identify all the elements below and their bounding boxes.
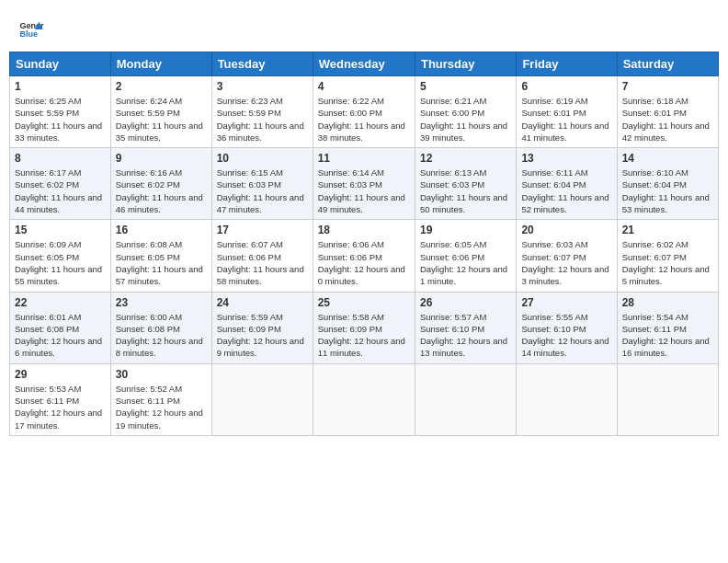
day-info: Sunrise: 6:25 AMSunset: 5:59 PMDaylight:… [15, 95, 106, 144]
calendar-cell: 27Sunrise: 5:55 AMSunset: 6:10 PMDayligh… [517, 292, 617, 363]
day-info: Sunrise: 6:00 AMSunset: 6:08 PMDaylight:… [116, 311, 207, 360]
day-number: 18 [318, 224, 410, 236]
weekday-header-cell: Monday [110, 52, 211, 76]
day-info: Sunrise: 6:18 AMSunset: 6:01 PMDaylight:… [622, 95, 713, 144]
day-info: Sunrise: 6:09 AMSunset: 6:05 PMDaylight:… [15, 238, 106, 287]
logo: General Blue [18, 17, 44, 42]
day-number: 13 [521, 152, 611, 165]
day-number: 7 [622, 80, 713, 93]
day-number: 20 [521, 224, 611, 236]
day-number: 25 [318, 296, 410, 309]
calendar-cell: 13Sunrise: 6:11 AMSunset: 6:04 PMDayligh… [517, 148, 617, 220]
logo-icon: General Blue [18, 17, 44, 42]
calendar-cell: 21Sunrise: 6:02 AMSunset: 6:07 PMDayligh… [617, 220, 718, 292]
calendar-week-row: 29Sunrise: 5:53 AMSunset: 6:11 PMDayligh… [10, 363, 719, 435]
day-number: 28 [622, 296, 713, 309]
calendar-week-row: 8Sunrise: 6:17 AMSunset: 6:02 PMDaylight… [10, 148, 719, 220]
calendar-cell: 18Sunrise: 6:06 AMSunset: 6:06 PMDayligh… [313, 220, 415, 292]
day-info: Sunrise: 6:23 AMSunset: 5:59 PMDaylight:… [217, 95, 308, 144]
day-number: 3 [217, 80, 308, 93]
calendar-cell: 6Sunrise: 6:19 AMSunset: 6:01 PMDaylight… [517, 76, 617, 148]
weekday-header-cell: Saturday [617, 52, 718, 76]
calendar-cell: 25Sunrise: 5:58 AMSunset: 6:09 PMDayligh… [313, 292, 415, 363]
calendar-cell: 24Sunrise: 5:59 AMSunset: 6:09 PMDayligh… [211, 292, 313, 363]
day-info: Sunrise: 6:06 AMSunset: 6:06 PMDaylight:… [318, 238, 410, 287]
day-info: Sunrise: 5:53 AMSunset: 6:11 PMDaylight:… [15, 383, 106, 431]
calendar-cell: 29Sunrise: 5:53 AMSunset: 6:11 PMDayligh… [10, 363, 111, 435]
calendar-cell: 1Sunrise: 6:25 AMSunset: 5:59 PMDaylight… [10, 76, 111, 148]
weekday-header-cell: Thursday [415, 52, 516, 76]
day-number: 21 [622, 224, 713, 236]
day-number: 8 [15, 152, 106, 165]
calendar-body: 1Sunrise: 6:25 AMSunset: 5:59 PMDaylight… [10, 76, 719, 436]
day-number: 26 [420, 296, 511, 309]
day-number: 6 [521, 80, 611, 93]
calendar-cell: 7Sunrise: 6:18 AMSunset: 6:01 PMDaylight… [617, 76, 718, 148]
calendar-cell [415, 363, 516, 435]
day-number: 29 [15, 368, 106, 381]
calendar-cell: 14Sunrise: 6:10 AMSunset: 6:04 PMDayligh… [617, 148, 718, 220]
calendar-week-row: 1Sunrise: 6:25 AMSunset: 5:59 PMDaylight… [10, 76, 719, 148]
day-info: Sunrise: 6:14 AMSunset: 6:03 PMDaylight:… [318, 167, 410, 215]
calendar-cell: 17Sunrise: 6:07 AMSunset: 6:06 PMDayligh… [211, 220, 313, 292]
calendar-cell: 26Sunrise: 5:57 AMSunset: 6:10 PMDayligh… [415, 292, 516, 363]
calendar-week-row: 22Sunrise: 6:01 AMSunset: 6:08 PMDayligh… [10, 292, 719, 363]
day-info: Sunrise: 5:55 AMSunset: 6:10 PMDaylight:… [521, 311, 611, 360]
calendar-cell: 16Sunrise: 6:08 AMSunset: 6:05 PMDayligh… [110, 220, 211, 292]
day-number: 10 [217, 152, 308, 165]
calendar-cell [313, 363, 415, 435]
day-info: Sunrise: 5:54 AMSunset: 6:11 PMDaylight:… [622, 311, 713, 360]
day-number: 27 [521, 296, 611, 309]
day-number: 12 [420, 152, 511, 165]
weekday-header-cell: Sunday [10, 52, 111, 76]
weekday-header-cell: Tuesday [211, 52, 313, 76]
calendar-cell: 11Sunrise: 6:14 AMSunset: 6:03 PMDayligh… [313, 148, 415, 220]
day-info: Sunrise: 6:15 AMSunset: 6:03 PMDaylight:… [217, 167, 308, 215]
day-number: 5 [420, 80, 511, 93]
day-number: 16 [116, 224, 207, 236]
calendar-cell: 28Sunrise: 5:54 AMSunset: 6:11 PMDayligh… [617, 292, 718, 363]
weekday-header-cell: Wednesday [313, 52, 415, 76]
day-number: 14 [622, 152, 713, 165]
calendar-cell: 23Sunrise: 6:00 AMSunset: 6:08 PMDayligh… [110, 292, 211, 363]
day-number: 15 [15, 224, 106, 236]
calendar-cell: 20Sunrise: 6:03 AMSunset: 6:07 PMDayligh… [517, 220, 617, 292]
day-info: Sunrise: 6:02 AMSunset: 6:07 PMDaylight:… [622, 238, 713, 287]
calendar-cell: 9Sunrise: 6:16 AMSunset: 6:02 PMDaylight… [110, 148, 211, 220]
calendar-cell: 3Sunrise: 6:23 AMSunset: 5:59 PMDaylight… [211, 76, 313, 148]
day-info: Sunrise: 5:59 AMSunset: 6:09 PMDaylight:… [217, 311, 308, 360]
calendar-cell: 15Sunrise: 6:09 AMSunset: 6:05 PMDayligh… [10, 220, 111, 292]
calendar-table: SundayMondayTuesdayWednesdayThursdayFrid… [9, 52, 719, 436]
calendar-cell: 22Sunrise: 6:01 AMSunset: 6:08 PMDayligh… [10, 292, 111, 363]
calendar-cell [617, 363, 718, 435]
calendar-cell: 2Sunrise: 6:24 AMSunset: 5:59 PMDaylight… [110, 76, 211, 148]
day-number: 19 [420, 224, 511, 236]
weekday-header-cell: Friday [517, 52, 617, 76]
day-number: 2 [116, 80, 207, 93]
calendar-cell [211, 363, 313, 435]
day-info: Sunrise: 6:01 AMSunset: 6:08 PMDaylight:… [15, 311, 106, 360]
svg-text:Blue: Blue [19, 29, 38, 39]
calendar-cell: 5Sunrise: 6:21 AMSunset: 6:00 PMDaylight… [415, 76, 516, 148]
day-info: Sunrise: 5:52 AMSunset: 6:11 PMDaylight:… [116, 383, 207, 431]
calendar-week-row: 15Sunrise: 6:09 AMSunset: 6:05 PMDayligh… [10, 220, 719, 292]
calendar-cell: 4Sunrise: 6:22 AMSunset: 6:00 PMDaylight… [313, 76, 415, 148]
day-info: Sunrise: 5:58 AMSunset: 6:09 PMDaylight:… [318, 311, 410, 360]
page-header: General Blue [9, 9, 719, 46]
day-info: Sunrise: 6:17 AMSunset: 6:02 PMDaylight:… [15, 167, 106, 215]
day-number: 1 [15, 80, 106, 93]
day-info: Sunrise: 6:08 AMSunset: 6:05 PMDaylight:… [116, 238, 207, 287]
day-info: Sunrise: 6:21 AMSunset: 6:00 PMDaylight:… [420, 95, 511, 144]
day-info: Sunrise: 6:22 AMSunset: 6:00 PMDaylight:… [318, 95, 410, 144]
calendar-cell: 12Sunrise: 6:13 AMSunset: 6:03 PMDayligh… [415, 148, 516, 220]
day-number: 22 [15, 296, 106, 309]
day-number: 30 [116, 368, 207, 381]
day-info: Sunrise: 6:16 AMSunset: 6:02 PMDaylight:… [116, 167, 207, 215]
day-info: Sunrise: 6:10 AMSunset: 6:04 PMDaylight:… [622, 167, 713, 215]
day-info: Sunrise: 6:19 AMSunset: 6:01 PMDaylight:… [521, 95, 611, 144]
day-info: Sunrise: 6:13 AMSunset: 6:03 PMDaylight:… [420, 167, 511, 215]
day-number: 17 [217, 224, 308, 236]
day-number: 4 [318, 80, 410, 93]
day-info: Sunrise: 6:11 AMSunset: 6:04 PMDaylight:… [521, 167, 611, 215]
day-info: Sunrise: 6:24 AMSunset: 5:59 PMDaylight:… [116, 95, 207, 144]
